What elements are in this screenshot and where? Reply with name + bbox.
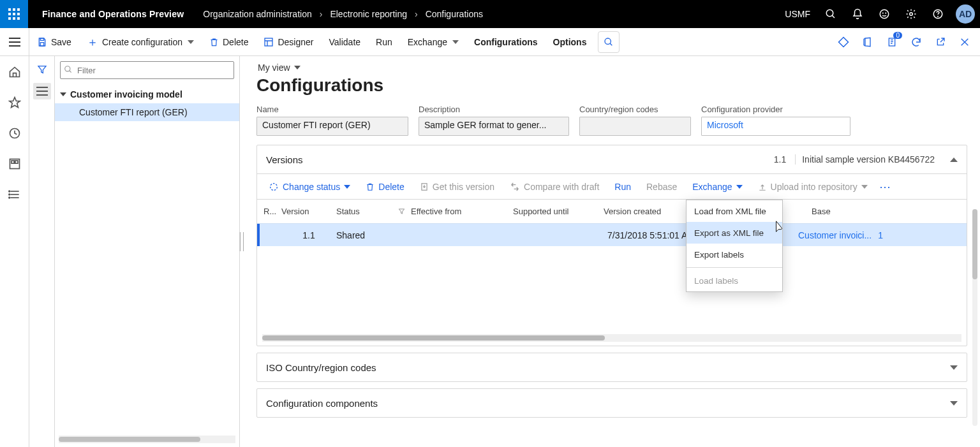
- svg-point-43: [271, 183, 278, 190]
- refresh-icon[interactable]: [907, 33, 925, 51]
- breadcrumb-item[interactable]: Configurations: [426, 9, 483, 19]
- versions-grid-body: 1.1 Shared 7/31/2018 5:51:01 AM Customer…: [257, 223, 967, 332]
- status-icon: [269, 182, 279, 192]
- breadcrumb-item[interactable]: Organization administration: [203, 9, 311, 19]
- delete-button[interactable]: Delete: [202, 28, 256, 56]
- grid-scrollbar[interactable]: [262, 334, 961, 342]
- iso-panel: ISO Country/region codes: [256, 353, 967, 382]
- exchange-button[interactable]: Exchange: [400, 28, 466, 56]
- table-row[interactable]: 1.1 Shared 7/31/2018 5:51:01 AM Customer…: [257, 223, 967, 246]
- compare-button: Compare with draft: [503, 176, 605, 198]
- run-label: Run: [376, 37, 392, 47]
- rebase-label: Rebase: [646, 182, 677, 192]
- diamond-icon[interactable]: [835, 33, 852, 51]
- field-name: Name Customer FTI report (GER): [256, 105, 408, 136]
- close-icon[interactable]: [956, 33, 974, 51]
- col-supported[interactable]: Supported until: [513, 207, 604, 216]
- menu-load-xml[interactable]: Load from XML file: [687, 200, 782, 222]
- app-launcher-button[interactable]: [0, 0, 28, 28]
- scrollbar-thumb[interactable]: [972, 209, 977, 279]
- col-effective[interactable]: Effective from: [411, 207, 513, 216]
- attachments-badge: 0: [893, 32, 902, 39]
- field-provider: Configuration provider Microsoft: [701, 105, 850, 136]
- validate-button[interactable]: Validate: [322, 28, 369, 56]
- gear-icon[interactable]: [900, 0, 923, 28]
- svg-point-12: [882, 13, 883, 13]
- svg-rect-0: [8, 8, 11, 11]
- avatar[interactable]: AD: [956, 4, 975, 24]
- exchange-menu: Load from XML file Export as XML file Ex…: [686, 200, 783, 292]
- save-label: Save: [51, 37, 71, 47]
- provider-value[interactable]: Microsoft: [701, 117, 850, 136]
- hamburger-button[interactable]: [0, 28, 29, 56]
- modules-icon[interactable]: [5, 185, 24, 204]
- search-icon[interactable]: [819, 0, 842, 28]
- base-version: 1: [878, 230, 883, 240]
- header-fields: Name Customer FTI report (GER) Descripti…: [256, 105, 967, 136]
- filter-icon[interactable]: [33, 61, 51, 78]
- chevron-down-icon: [294, 66, 301, 70]
- bell-icon[interactable]: [846, 0, 869, 28]
- description-value[interactable]: Sample GER format to gener...: [419, 117, 569, 136]
- more-button[interactable]: ⋯: [877, 180, 895, 194]
- page-scrollbar[interactable]: [972, 209, 977, 426]
- exchange-version-button[interactable]: Exchange: [686, 176, 748, 198]
- svg-rect-20: [40, 38, 43, 40]
- workspaces-icon[interactable]: [5, 154, 24, 173]
- versions-title: Versions: [266, 154, 303, 165]
- col-version[interactable]: Version: [281, 207, 336, 216]
- change-status-label: Change status: [283, 182, 340, 192]
- scrollbar-thumb[interactable]: [59, 437, 200, 442]
- action-search-button[interactable]: [598, 31, 620, 53]
- plus-icon: ＋: [87, 36, 98, 48]
- cell-status: Shared: [336, 230, 397, 240]
- options-label: Options: [553, 37, 587, 47]
- home-icon[interactable]: [5, 62, 24, 82]
- breadcrumb-item[interactable]: Electronic reporting: [330, 9, 407, 19]
- create-configuration-button[interactable]: ＋ Create configuration: [79, 28, 202, 56]
- name-value[interactable]: Customer FTI report (GER): [256, 117, 408, 136]
- versions-header[interactable]: Versions 1.1 Initial sample version KB44…: [257, 145, 967, 173]
- delete-version-button[interactable]: Delete: [359, 176, 410, 198]
- tree-node-leaf[interactable]: Customer FTI report (GER): [55, 103, 239, 121]
- iso-header[interactable]: ISO Country/region codes: [257, 353, 967, 381]
- designer-button[interactable]: Designer: [256, 28, 321, 56]
- popout-icon[interactable]: [932, 33, 949, 51]
- chevron-down-icon: [344, 185, 350, 189]
- svg-point-16: [938, 16, 939, 17]
- office-icon[interactable]: [859, 33, 877, 51]
- options-tab[interactable]: Options: [546, 28, 595, 56]
- menu-export-xml[interactable]: Export as XML file: [687, 222, 782, 244]
- list-icon[interactable]: [33, 83, 51, 99]
- attachments-icon[interactable]: 0: [883, 33, 901, 51]
- configurations-tab[interactable]: Configurations: [466, 28, 546, 56]
- svg-point-14: [910, 13, 913, 16]
- config-tree[interactable]: Customer invoicing model Customer FTI re…: [55, 84, 239, 436]
- col-r[interactable]: R...: [260, 207, 281, 216]
- smile-icon[interactable]: [873, 0, 896, 28]
- view-selector[interactable]: My view: [258, 62, 967, 73]
- clock-icon[interactable]: [5, 124, 24, 143]
- menu-export-labels[interactable]: Export labels: [687, 244, 782, 265]
- app-title: Finance and Operations Preview: [28, 9, 197, 19]
- tree-node-root[interactable]: Customer invoicing model: [55, 85, 239, 103]
- ccodes-value[interactable]: [579, 117, 691, 136]
- filter-icon[interactable]: [397, 208, 406, 215]
- trash-icon: [209, 37, 219, 47]
- scrollbar-thumb[interactable]: [262, 335, 605, 341]
- run-button[interactable]: Run: [368, 28, 400, 56]
- star-icon[interactable]: [5, 93, 24, 112]
- cell-base[interactable]: Customer invoici... 1: [798, 230, 967, 240]
- col-base[interactable]: Base: [812, 207, 967, 216]
- legal-entity[interactable]: USMF: [785, 9, 810, 19]
- help-icon[interactable]: [926, 0, 949, 28]
- tree-scrollbar[interactable]: [59, 436, 235, 443]
- components-header[interactable]: Configuration components: [257, 389, 967, 417]
- run-version-button[interactable]: Run: [608, 176, 637, 198]
- save-button[interactable]: Save: [29, 28, 79, 56]
- designer-label: Designer: [278, 37, 313, 47]
- change-status-button[interactable]: Change status: [262, 176, 357, 198]
- svg-rect-7: [13, 17, 15, 20]
- tree-filter-input[interactable]: [60, 61, 234, 79]
- col-status[interactable]: Status: [336, 207, 397, 216]
